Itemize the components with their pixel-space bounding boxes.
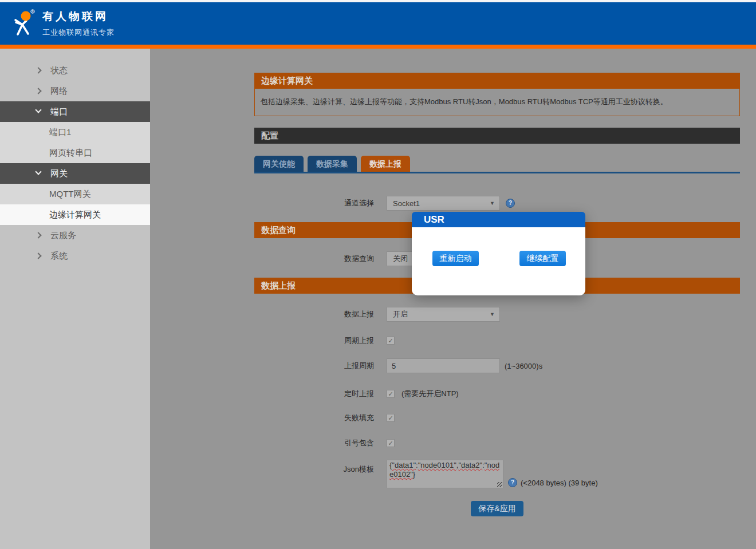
timed-report-label: 定时上报 <box>254 389 374 399</box>
sidebar-item-label: 状态 <box>50 65 68 75</box>
tab-gateway-enable[interactable]: 网关使能 <box>254 156 304 172</box>
quote-include-row: 引号包含 ✓ <box>254 438 740 448</box>
failure-padding-checkbox[interactable]: ✓ <box>387 414 395 422</box>
timed-report-checkbox[interactable]: ✓ <box>387 390 395 398</box>
header-accent-stripe <box>0 45 756 49</box>
data-query-value: 关闭 <box>393 254 408 264</box>
save-row: 保存&应用 <box>254 501 740 516</box>
help-icon[interactable]: ? <box>506 199 515 208</box>
app-header: R 有人物联网 工业物联网通讯专家 <box>0 2 756 45</box>
sidebar-item-edge-gateway[interactable]: 边缘计算网关 <box>0 204 150 225</box>
chevron-right-icon <box>35 232 41 238</box>
dropdown-arrow-icon: ▼ <box>490 200 495 206</box>
usr-logo-icon: R <box>9 9 36 38</box>
report-period-row: 上报周期 (1~36000)s <box>254 358 740 373</box>
sidebar-item-system[interactable]: 系统 <box>0 246 150 266</box>
data-report-row: 数据上报 开启 ▼ <box>254 307 740 322</box>
tab-bar: 网关使能 数据采集 数据上报 <box>254 156 740 172</box>
page-description: 包括边缘采集、边缘计算、边缘上报等功能，支持Modbus RTU转Json，Mo… <box>254 89 740 116</box>
periodic-report-label: 周期上报 <box>254 335 374 346</box>
quote-include-label: 引号包含 <box>254 438 374 448</box>
brand-name: 有人物联网 <box>42 9 115 24</box>
sidebar-item-port[interactable]: 端口 <box>0 101 150 122</box>
sidebar-item-label: 系统 <box>50 251 68 260</box>
dialog: USR 重新启动 继续配置 <box>412 212 585 295</box>
dialog-body: 重新启动 继续配置 <box>412 227 585 295</box>
sidebar-item-label: 网关 <box>50 168 68 178</box>
sidebar-item-label: 网页转串口 <box>49 148 92 157</box>
json-template-label: Json模板 <box>254 460 374 475</box>
chevron-right-icon <box>35 88 41 94</box>
data-query-label: 数据查询 <box>254 254 374 264</box>
chevron-right-icon <box>35 67 41 73</box>
dialog-title: USR <box>412 212 585 227</box>
sidebar: 状态 网络 端口 端口1 网页转串口 网关 MQTT网关 边缘计算网关 云服务 … <box>0 49 150 549</box>
sidebar-item-label: 端口 <box>50 106 68 116</box>
channel-select[interactable]: Socket1 ▼ <box>387 196 500 211</box>
data-report-value: 开启 <box>393 309 408 319</box>
resize-grip-icon[interactable] <box>497 482 502 487</box>
chevron-down-icon <box>35 106 41 113</box>
report-period-hint: (1~36000)s <box>505 362 542 370</box>
periodic-report-checkbox[interactable]: ✓ <box>387 337 395 345</box>
save-apply-button[interactable]: 保存&应用 <box>471 501 523 516</box>
sidebar-item-label: 网络 <box>50 86 68 96</box>
brand-block: 有人物联网 工业物联网通讯专家 <box>42 9 115 38</box>
quote-include-checkbox[interactable]: ✓ <box>387 439 395 447</box>
channel-select-row: 通道选择 Socket1 ▼ ? <box>254 196 740 211</box>
failure-padding-row: 失败填充 ✓ <box>254 413 740 423</box>
page-title: 边缘计算网关 <box>254 73 740 89</box>
config-section-title: 配置 <box>254 128 740 144</box>
sidebar-item-label: 端口1 <box>49 127 71 137</box>
json-template-side: ? (<2048 bytes) (39 byte) <box>508 478 598 488</box>
timed-report-row: 定时上报 ✓ (需要先开启NTP) <box>254 389 740 399</box>
sidebar-item-network[interactable]: 网络 <box>0 81 150 101</box>
periodic-report-row: 周期上报 ✓ <box>254 335 740 346</box>
report-period-input[interactable] <box>387 358 500 373</box>
sidebar-item-port1[interactable]: 端口1 <box>0 122 150 143</box>
dropdown-arrow-icon: ▼ <box>490 311 495 317</box>
restart-button[interactable]: 重新启动 <box>432 251 479 266</box>
tab-data-collect[interactable]: 数据采集 <box>308 156 357 172</box>
help-icon[interactable]: ? <box>508 478 517 487</box>
json-template-row: Json模板 {"data1":"node0101","data2":"node… <box>254 460 740 488</box>
report-period-label: 上报周期 <box>254 361 374 371</box>
data-report-label: 数据上报 <box>254 309 374 319</box>
brand-tagline: 工业物联网通讯专家 <box>42 27 115 38</box>
channel-select-label: 通道选择 <box>254 198 374 208</box>
tab-underline <box>254 172 740 173</box>
json-template-textarea[interactable]: {"data1":"node0101","data2":"node0102"} <box>387 460 503 488</box>
page: R 有人物联网 工业物联网通讯专家 状态 网络 端口 端口1 网页转串口 网关 … <box>0 0 756 549</box>
failure-padding-label: 失败填充 <box>254 413 374 423</box>
continue-config-button[interactable]: 继续配置 <box>519 251 566 266</box>
json-byte-counter: (<2048 bytes) (39 byte) <box>521 479 598 487</box>
sidebar-item-mqtt-gateway[interactable]: MQTT网关 <box>0 184 150 204</box>
channel-select-value: Socket1 <box>393 199 420 208</box>
sidebar-item-label: 云服务 <box>50 230 76 240</box>
tab-data-report[interactable]: 数据上报 <box>361 156 410 172</box>
sidebar-item-gateway[interactable]: 网关 <box>0 163 150 184</box>
sidebar-item-web-to-serial[interactable]: 网页转串口 <box>0 143 150 163</box>
chevron-right-icon <box>35 252 41 259</box>
sidebar-item-label: MQTT网关 <box>49 189 91 199</box>
json-template-content: {"data1":"node0101","data2":"node0102"} <box>389 461 499 479</box>
sidebar-item-label: 边缘计算网关 <box>49 210 101 219</box>
data-report-select[interactable]: 开启 ▼ <box>387 307 500 322</box>
sidebar-item-status[interactable]: 状态 <box>0 60 150 81</box>
timed-report-hint: (需要先开启NTP) <box>401 389 459 399</box>
chevron-down-icon <box>35 168 41 175</box>
main-content: 边缘计算网关 包括边缘采集、边缘计算、边缘上报等功能，支持Modbus RTU转… <box>150 49 756 549</box>
sidebar-item-cloud[interactable]: 云服务 <box>0 225 150 246</box>
